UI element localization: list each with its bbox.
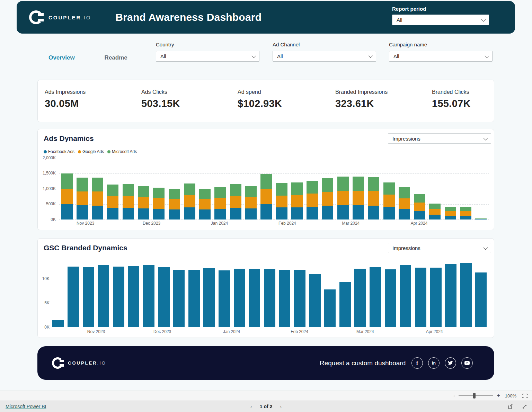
bar[interactable] <box>77 158 88 220</box>
next-page-icon[interactable]: › <box>280 404 282 410</box>
bar-segment <box>169 209 180 220</box>
bar[interactable] <box>400 259 411 327</box>
bar[interactable] <box>68 259 79 327</box>
bar-segment <box>153 198 165 209</box>
bar-segment <box>214 209 226 220</box>
bar-segment <box>123 196 134 208</box>
bar[interactable] <box>245 158 257 220</box>
bar[interactable] <box>354 259 366 327</box>
country-filter-label: Country <box>156 42 259 47</box>
legend-microsoft-ads[interactable]: Microsoft Ads <box>107 149 137 154</box>
bar[interactable] <box>385 259 396 327</box>
ad-channel-filter-label: Ad Channel <box>273 42 376 47</box>
bar[interactable] <box>429 158 441 220</box>
bar[interactable] <box>307 158 318 220</box>
bar-segment <box>219 270 230 327</box>
legend-facebook-ads[interactable]: Facebook Ads <box>44 149 74 154</box>
bar[interactable] <box>143 259 154 327</box>
legend-google-ads[interactable]: Google Ads <box>78 149 104 154</box>
report-period-dropdown[interactable]: All <box>392 15 489 25</box>
request-custom-dashboard-link[interactable]: Request a custom dushboard <box>320 359 406 367</box>
bar[interactable] <box>260 158 272 220</box>
tab-readme[interactable]: Readme <box>105 54 127 61</box>
bar[interactable] <box>430 259 442 327</box>
bar[interactable] <box>173 259 185 327</box>
kpi-ad-spend: Ad spend $102.93K <box>238 89 282 109</box>
zoom-slider-handle[interactable] <box>473 393 476 398</box>
gsc-metric-dropdown[interactable]: Impressions <box>388 243 491 253</box>
bar[interactable] <box>153 158 165 220</box>
zoom-toolbar: - + 100% <box>0 391 532 401</box>
bar-segment <box>214 198 226 209</box>
tab-overview[interactable]: Overview <box>48 54 75 61</box>
bar[interactable] <box>445 158 456 220</box>
bar[interactable] <box>353 158 364 220</box>
bar[interactable] <box>107 158 118 220</box>
bar[interactable] <box>230 158 241 220</box>
bar[interactable] <box>475 158 487 220</box>
bar[interactable] <box>158 259 170 327</box>
bar[interactable] <box>276 158 287 220</box>
zoom-in-button[interactable]: + <box>497 393 500 398</box>
bar-segment <box>383 207 395 220</box>
microsoft-powerbi-link[interactable]: Microsoft Power BI <box>6 404 46 409</box>
bar[interactable] <box>138 158 149 220</box>
ad-channel-value: All <box>277 53 283 59</box>
bar[interactable] <box>322 158 333 220</box>
bar[interactable] <box>234 259 245 327</box>
bar-segment <box>430 268 442 327</box>
twitter-icon[interactable] <box>445 357 456 369</box>
bar[interactable] <box>184 158 195 220</box>
bar[interactable] <box>399 158 410 220</box>
campaign-dropdown[interactable]: All <box>389 51 493 62</box>
bar[interactable] <box>83 259 94 327</box>
bar[interactable] <box>128 259 139 327</box>
campaign-value: All <box>393 53 399 59</box>
bar[interactable] <box>414 158 425 220</box>
fit-to-page-icon[interactable] <box>522 394 528 398</box>
facebook-icon[interactable]: f <box>411 357 423 369</box>
ad-channel-dropdown[interactable]: All <box>273 51 376 62</box>
country-dropdown[interactable]: All <box>156 51 259 62</box>
bar[interactable] <box>214 158 226 220</box>
bar[interactable] <box>61 158 73 220</box>
bar[interactable] <box>52 259 64 327</box>
linkedin-icon[interactable]: in <box>428 357 440 369</box>
bar[interactable] <box>368 158 379 220</box>
zoom-out-button[interactable]: - <box>453 393 455 398</box>
bar[interactable] <box>294 259 305 327</box>
bar[interactable] <box>460 259 472 327</box>
bar[interactable] <box>264 259 275 327</box>
bar[interactable] <box>169 158 180 220</box>
share-icon[interactable] <box>507 404 513 409</box>
bar[interactable] <box>460 158 471 220</box>
bar[interactable] <box>123 158 134 220</box>
bar[interactable] <box>475 259 487 327</box>
bar[interactable] <box>219 259 230 327</box>
bar[interactable] <box>113 259 124 327</box>
bar[interactable] <box>337 158 349 220</box>
bar[interactable] <box>279 259 290 327</box>
previous-page-icon[interactable]: ‹ <box>250 404 252 410</box>
bar[interactable] <box>249 259 260 327</box>
zoom-slider[interactable] <box>459 395 493 396</box>
bar[interactable] <box>199 158 211 220</box>
bar[interactable] <box>309 259 321 327</box>
fullscreen-icon[interactable] <box>522 404 527 409</box>
brand-text: COUPLER.IO <box>68 360 106 366</box>
bar[interactable] <box>324 259 336 327</box>
bar[interactable] <box>188 259 200 327</box>
bar[interactable] <box>291 158 303 220</box>
bar[interactable] <box>92 158 103 220</box>
bar[interactable] <box>383 158 395 220</box>
bar-segment <box>294 270 305 327</box>
ads-metric-dropdown[interactable]: Impressions <box>388 133 491 144</box>
bar[interactable] <box>203 259 215 327</box>
bar[interactable] <box>415 259 426 327</box>
bar[interactable] <box>339 259 351 327</box>
bar[interactable] <box>445 259 456 327</box>
bar[interactable] <box>370 259 381 327</box>
bar[interactable] <box>98 259 109 327</box>
kpi-value: $102.93K <box>238 98 282 109</box>
youtube-icon[interactable] <box>461 357 473 369</box>
